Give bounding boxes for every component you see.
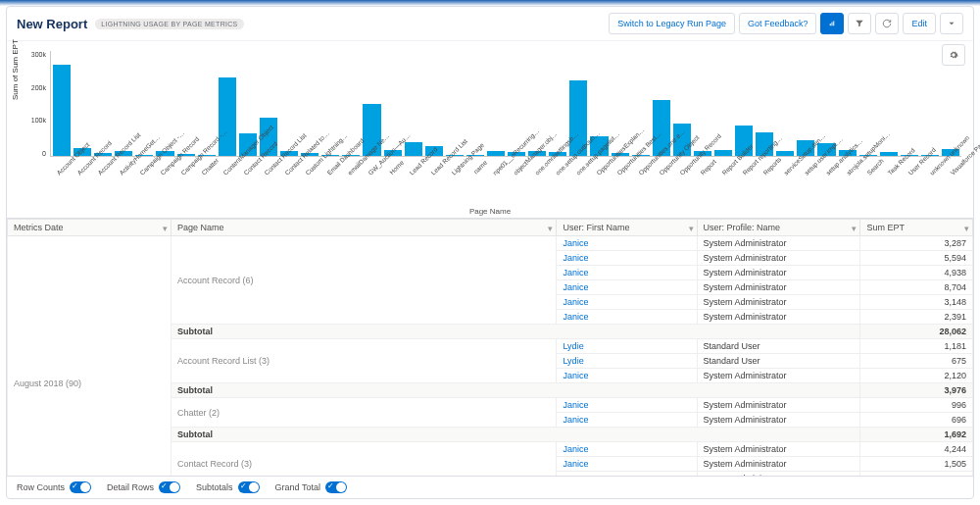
x-tick: Report Builder [720, 159, 738, 177]
x-tick: npe01__oRecurring… [492, 159, 510, 177]
x-tick: setup.user.impl.… [804, 159, 821, 177]
report-title: New Report [17, 17, 87, 31]
ept-value: 5,594 [860, 251, 973, 266]
got-feedback-button[interactable]: Got Feedback? [739, 13, 817, 34]
page-group: Account Record List (3) [171, 339, 557, 383]
user-first-name[interactable]: Janice [557, 442, 697, 457]
ept-value: 1,181 [860, 339, 973, 354]
filter-button[interactable] [848, 13, 871, 34]
user-first-name[interactable]: Janice [557, 251, 697, 266]
x-tick: Opportunities.one.e… [637, 159, 655, 177]
col-header[interactable]: Metrics Date ▾ [8, 220, 172, 236]
ept-value: 2,391 [860, 310, 973, 325]
user-first-name[interactable]: Janice [557, 310, 697, 325]
x-tick: Account Object [55, 159, 73, 177]
user-first-name[interactable]: Janice [557, 413, 697, 428]
row-counts-toggle[interactable]: ✓ [70, 481, 91, 493]
bar[interactable] [714, 150, 732, 156]
user-first-name[interactable]: Janice [557, 236, 697, 251]
x-tick: Visualforce Page [949, 159, 966, 177]
refresh-icon [882, 19, 892, 28]
chevron-down-icon [947, 19, 956, 28]
ept-value: 3,287 [860, 236, 973, 251]
user-first-name[interactable]: Janice [557, 280, 697, 295]
profile-name: System Administrator [697, 236, 860, 251]
subtotal-label: Subtotal [171, 428, 860, 442]
col-header[interactable]: Sum EPT ▾ [860, 220, 973, 236]
x-tick: Custom Lightning… [305, 159, 322, 177]
subtotal-value: 28,062 [860, 325, 973, 339]
subtotals-toggle[interactable]: ✓ [238, 481, 260, 493]
ept-value: 996 [860, 398, 973, 413]
x-tick: objectManager.obj… [513, 159, 530, 177]
x-tick: User Record [907, 159, 925, 177]
bar[interactable] [405, 142, 422, 156]
edit-button[interactable]: Edit [903, 13, 936, 34]
x-tick: serviceSetup.den… [782, 159, 800, 177]
page-group: Account Record (6) [171, 236, 557, 325]
user-first-name[interactable]: Lydie [557, 339, 697, 354]
x-tick: Opportunity Record [678, 159, 696, 177]
add-chart-button[interactable] [820, 13, 844, 34]
profile-name: System Administrator [697, 280, 860, 295]
table-row: August 2018 (90)Account Record (6)Janice… [8, 236, 973, 251]
page-group: Contact Record (3) [171, 442, 557, 477]
x-tick: name [470, 159, 488, 177]
profile-name: Standard User [697, 354, 860, 369]
profile-name: System Administrator [697, 369, 860, 383]
col-header[interactable]: User: First Name ▾ [557, 220, 697, 236]
profile-name: Standard User [697, 339, 860, 354]
profile-name: System Administrator [697, 310, 860, 325]
detail-rows-toggle[interactable]: ✓ [159, 481, 180, 493]
x-axis-labels: Account ObjectAccount RecordAccount Reco… [50, 159, 961, 166]
profile-name: System Administrator [697, 398, 860, 413]
ept-value: 2,120 [860, 369, 973, 383]
profile-name: System Administrator [697, 413, 860, 428]
x-tick: Opportunities Best… [616, 159, 634, 177]
user-first-name[interactable]: Janice [557, 457, 697, 472]
col-header[interactable]: User: Profile: Name ▾ [697, 220, 860, 236]
x-tick: GW_Auction—Au… [367, 159, 384, 177]
bar[interactable] [487, 151, 505, 156]
x-tick: Campaign Record -… [180, 159, 198, 177]
x-tick: Opportunity Object [658, 159, 675, 177]
edit-dropdown-button[interactable] [940, 13, 963, 34]
bar[interactable] [776, 151, 794, 156]
y-axis-label: Sum of Sum EPT [11, 39, 20, 100]
x-tick: Email Dashboard [325, 159, 343, 177]
subtotals-label: Subtotals [196, 482, 233, 492]
user-first-name[interactable]: Lydie [557, 354, 697, 369]
bar[interactable] [53, 65, 71, 156]
user-first-name[interactable]: Janice [557, 295, 697, 310]
grand-total-toggle[interactable]: ✓ [325, 481, 347, 493]
user-first-name[interactable]: Janice [557, 369, 697, 383]
ept-value: 696 [860, 413, 973, 428]
bar[interactable] [880, 152, 898, 156]
subtotal-value: 3,976 [860, 383, 973, 398]
x-tick: ContentManager Object [221, 159, 239, 177]
refresh-button[interactable] [875, 13, 899, 34]
x-tick: Home [388, 159, 406, 177]
x-tick: strojola.setupMoni… [845, 159, 862, 177]
x-tick: Report [700, 159, 717, 177]
ept-value: 4,244 [860, 442, 973, 457]
ept-value: 8,704 [860, 280, 973, 295]
x-tick: Campaign Object -… [138, 159, 156, 177]
user-first-name[interactable]: Janice [557, 398, 697, 413]
switch-legacy-button[interactable]: Switch to Legacy Run Page [609, 13, 735, 34]
x-tick: Reports [761, 159, 779, 177]
bar[interactable] [219, 77, 236, 156]
x-tick: Contact Record List [263, 159, 280, 177]
col-header[interactable]: Page Name ▾ [171, 220, 557, 236]
x-tick: Campaign Record [159, 159, 176, 177]
x-tick: Chatter [201, 159, 219, 177]
report-table: Metrics Date ▾Page Name ▾User: First Nam… [7, 218, 973, 476]
ept-value: 3,148 [860, 295, 973, 310]
x-tick: one.setup.pagelist… [574, 159, 592, 177]
svg-rect-1 [832, 23, 833, 26]
user-first-name[interactable]: Janice [557, 266, 697, 280]
grand-total-label: Grand Total [275, 482, 320, 492]
chart-plot [50, 51, 961, 157]
x-tick: Contact Related to… [284, 159, 302, 177]
chart-area: Sum of Sum EPT 300k200k100k0 Account Obj… [7, 41, 973, 218]
